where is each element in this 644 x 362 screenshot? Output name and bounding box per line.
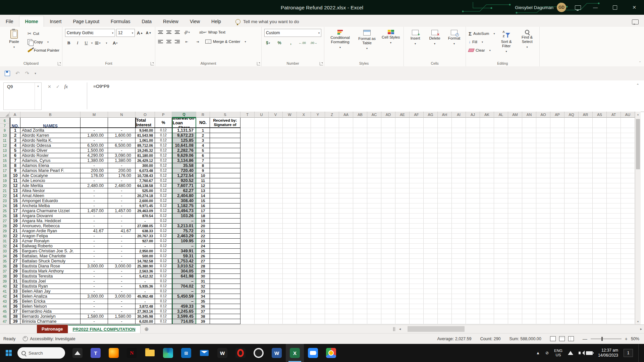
cell-M25[interactable]: 1,457.00 — [80, 208, 108, 214]
cell-Q16[interactable]: 35.58 — [172, 163, 196, 168]
cell-N31[interactable]: - — [108, 239, 136, 244]
taskbar-icon-whiteboard[interactable]: W — [213, 344, 231, 362]
comments-icon[interactable] — [632, 19, 639, 24]
cell-M28[interactable]: - — [80, 224, 108, 229]
delete-cells-button[interactable]: Delete▾ — [426, 29, 443, 60]
row-header-16[interactable]: 16 — [0, 163, 9, 168]
cell-R41[interactable]: 33 — [196, 289, 210, 294]
cell-R46[interactable]: 38 — [196, 314, 210, 319]
cell-Q29[interactable]: 75.72 — [172, 229, 196, 234]
cell-Q21[interactable]: 62.27 — [172, 188, 196, 193]
cell-A10[interactable]: 2 — [10, 133, 20, 138]
font-color-icon[interactable]: A▾ — [111, 40, 119, 46]
bold-button[interactable]: B — [65, 40, 72, 46]
cell-R9[interactable]: 1 — [196, 128, 210, 133]
cell-Q28[interactable]: 3,213.01 — [172, 224, 196, 229]
autosum-button[interactable]: ΣAutoSum ▾ — [469, 30, 495, 37]
cell-M22[interactable]: - — [80, 193, 108, 198]
cell-A20[interactable]: 12 — [10, 183, 20, 188]
row-header-21[interactable]: 21 — [0, 188, 9, 193]
cell-S15[interactable] — [210, 158, 240, 163]
cell-S47[interactable] — [210, 319, 240, 324]
network-status-icon[interactable]: ⊘ — [545, 351, 549, 355]
cell-O18[interactable]: 10,728.43 — [136, 173, 155, 178]
cell-M34[interactable]: - — [80, 254, 108, 259]
taskbar-icon-netflix[interactable]: N — [123, 344, 141, 362]
cell-A39[interactable]: 31 — [10, 279, 20, 284]
cell-B11[interactable]: Abordo Nelita K. — [20, 138, 80, 143]
cell-P32[interactable]: 0.12 — [155, 244, 172, 249]
cell-O40[interactable]: 5,935.36 — [136, 284, 155, 289]
cell-S32[interactable] — [210, 244, 240, 249]
cell-P16[interactable]: 0.12 — [155, 163, 172, 168]
fill-button[interactable]: ↓Fill ▾ — [469, 39, 495, 45]
cell-P17[interactable]: 0.12 — [155, 168, 172, 173]
cell-O39[interactable]: - — [136, 279, 155, 284]
cell-S25[interactable] — [210, 208, 240, 214]
conditional-formatting-button[interactable]: Conditional Formatting▾ — [327, 29, 353, 60]
cell-O46[interactable]: 30,345.98 — [136, 314, 155, 319]
cell-S43[interactable] — [210, 299, 240, 304]
horizontal-scrollbar[interactable]: ◀ ▶ — [397, 325, 644, 333]
cell-R26[interactable]: 18 — [196, 214, 210, 219]
cell-P42[interactable]: 0.12 — [155, 294, 172, 299]
cell-N43[interactable]: - — [108, 299, 136, 304]
cell-S11[interactable] — [210, 138, 240, 143]
cell-O23[interactable]: 2,600.00 — [136, 198, 155, 203]
cell-O29[interactable]: 638.33 — [136, 229, 155, 234]
cell-Q32[interactable]: – — [172, 244, 196, 249]
cell-B34[interactable]: Battalao, Mae Charlotte — [20, 254, 80, 259]
cell-S46[interactable] — [210, 314, 240, 319]
row-header-26[interactable]: 26 — [0, 214, 9, 219]
cell-P38[interactable]: 0.12 — [155, 274, 172, 279]
cell-R35[interactable]: 27 — [196, 259, 210, 264]
cell-P23[interactable]: 0.12 — [155, 198, 172, 203]
cell-Q25[interactable]: 3,494.73 — [172, 208, 196, 214]
cell-N21[interactable]: - — [108, 188, 136, 193]
cell-A26[interactable]: 18 — [10, 214, 20, 219]
undo-icon[interactable]: ↶ — [15, 70, 20, 76]
cell-B33[interactable]: Bargues Christian Joe S. Jr. — [20, 249, 80, 254]
cell-N23[interactable]: - — [108, 198, 136, 203]
cell-B38[interactable]: Bautista Teresita — [20, 274, 80, 279]
cell-P24[interactable]: 0.12 — [155, 203, 172, 208]
column-header-M[interactable]: M — [80, 112, 108, 118]
cell-R10[interactable]: 2 — [196, 133, 210, 138]
cell-S21[interactable] — [210, 188, 240, 193]
cell-M43[interactable]: - — [80, 299, 108, 304]
alignment-dialog-launcher[interactable] — [257, 62, 260, 65]
cell-M29[interactable]: 41.67 — [80, 229, 108, 234]
row-header-10[interactable]: 10 — [0, 133, 9, 138]
clear-button[interactable]: Clear ▾ — [469, 47, 495, 54]
taskbar-icon-file-explorer[interactable] — [141, 344, 159, 362]
decrease-decimal-icon[interactable]: .00→ — [310, 40, 317, 46]
clipboard-dialog-launcher[interactable] — [58, 62, 61, 65]
tab-home[interactable]: Home — [19, 16, 44, 27]
cell-S16[interactable] — [210, 163, 240, 168]
cell-A23[interactable]: 15 — [10, 198, 20, 203]
align-middle-icon[interactable] — [166, 31, 171, 34]
wifi-icon[interactable] — [568, 351, 573, 355]
cell-B9[interactable]: Abad Zorilla — [20, 128, 80, 133]
cell-Q22[interactable]: 2,404.80 — [172, 193, 196, 198]
cell-M46[interactable]: 1,580.00 — [80, 314, 108, 319]
cell-R32[interactable]: 24 — [196, 244, 210, 249]
taskbar-search[interactable]: Search — [17, 347, 65, 359]
cell-M39[interactable]: - — [80, 279, 108, 284]
cell-B13[interactable]: Abordo Oliver — [20, 148, 80, 153]
cell-Q40[interactable]: 704.02 — [172, 284, 196, 289]
cell-P15[interactable]: 0.12 — [155, 158, 172, 163]
cell-S26[interactable] — [210, 214, 240, 219]
cell-O26[interactable]: 870.54 — [136, 214, 155, 219]
cell-P12[interactable]: 0.12 — [155, 143, 172, 148]
cell-B23[interactable]: Amponget Eduardo — [20, 198, 80, 203]
zoom-slider[interactable] — [591, 339, 622, 339]
cell-Q26[interactable]: 103.26 — [172, 214, 196, 219]
column-header-A[interactable]: A — [10, 112, 20, 118]
cell-S41[interactable] — [210, 289, 240, 294]
cell-M31[interactable]: - — [80, 239, 108, 244]
number-dialog-launcher[interactable] — [320, 62, 323, 65]
cell-O9[interactable]: 9,540.00 — [136, 128, 155, 133]
cell-S10[interactable] — [210, 133, 240, 138]
cell-B21[interactable]: Altea Nestor — [20, 188, 80, 193]
